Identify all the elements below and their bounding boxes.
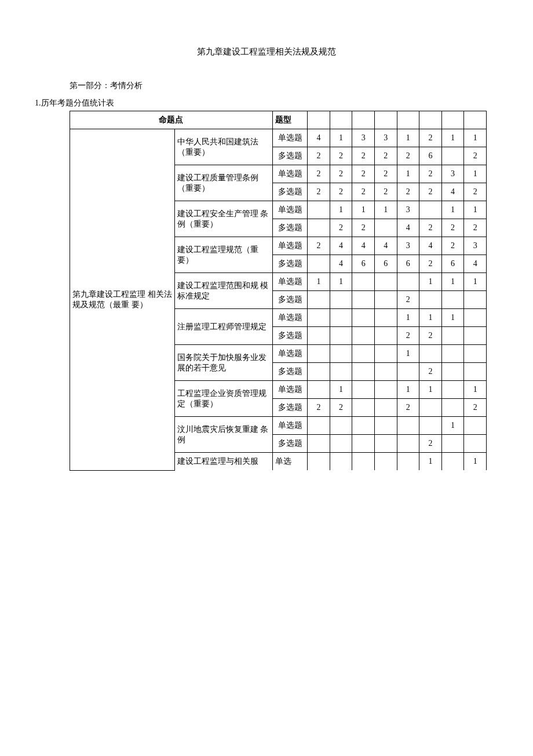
value-cell bbox=[374, 273, 397, 291]
value-cell bbox=[374, 435, 397, 453]
value-cell: 1 bbox=[464, 381, 487, 399]
value-cell: 2 bbox=[464, 219, 487, 237]
value-cell: 1 bbox=[419, 381, 442, 399]
value-cell bbox=[308, 309, 330, 327]
value-cell: 2 bbox=[419, 183, 442, 201]
value-cell bbox=[397, 417, 419, 435]
topic-cell: 中华人民共和国建筑法（重要） bbox=[174, 129, 272, 165]
value-cell: 1 bbox=[330, 201, 352, 219]
value-cell bbox=[441, 327, 464, 345]
value-cell: 4 bbox=[374, 237, 397, 255]
value-cell bbox=[464, 309, 487, 327]
score-table: 命题点题型 第九章建设工程监理 相关法规及规范（最重 要）中华人民共和国建筑法（… bbox=[70, 111, 487, 471]
value-cell: 2 bbox=[419, 129, 442, 147]
qtype-cell: 单选题 bbox=[272, 345, 307, 363]
value-cell: 1 bbox=[330, 273, 352, 291]
value-cell bbox=[441, 435, 464, 453]
value-cell bbox=[441, 381, 464, 399]
value-cell bbox=[308, 327, 330, 345]
value-cell bbox=[374, 291, 397, 309]
value-cell: 1 bbox=[419, 309, 442, 327]
value-cell bbox=[419, 201, 442, 219]
value-cell bbox=[441, 363, 464, 381]
value-cell bbox=[352, 453, 375, 471]
value-cell: 1 bbox=[397, 345, 419, 363]
value-cell: 3 bbox=[352, 129, 375, 147]
topic-cell: 注册监理工程师管理规定 bbox=[174, 309, 272, 345]
sub-heading: 1.历年考题分值统计表 bbox=[35, 98, 498, 108]
value-cell bbox=[330, 435, 352, 453]
value-cell: 1 bbox=[308, 273, 330, 291]
value-cell bbox=[464, 291, 487, 309]
value-cell: 2 bbox=[397, 147, 419, 165]
value-cell: 3 bbox=[397, 237, 419, 255]
value-cell: 6 bbox=[397, 255, 419, 273]
value-cell bbox=[374, 219, 397, 237]
value-cell: 4 bbox=[330, 237, 352, 255]
value-cell bbox=[419, 417, 442, 435]
value-cell bbox=[464, 417, 487, 435]
qtype-cell: 单选 bbox=[272, 453, 307, 471]
col-header-year bbox=[441, 111, 464, 129]
qtype-cell: 单选题 bbox=[272, 381, 307, 399]
value-cell: 3 bbox=[374, 129, 397, 147]
value-cell: 1 bbox=[464, 165, 487, 183]
value-cell bbox=[374, 327, 397, 345]
value-cell bbox=[308, 435, 330, 453]
value-cell: 2 bbox=[374, 183, 397, 201]
value-cell bbox=[419, 291, 442, 309]
value-cell bbox=[308, 291, 330, 309]
col-header-year bbox=[308, 111, 330, 129]
qtype-cell: 多选题 bbox=[272, 291, 307, 309]
topic-cell: 建设工程安全生产管理 条例（重要） bbox=[174, 201, 272, 237]
value-cell bbox=[308, 381, 330, 399]
value-cell bbox=[352, 273, 375, 291]
value-cell: 4 bbox=[352, 237, 375, 255]
value-cell bbox=[397, 363, 419, 381]
value-cell bbox=[330, 453, 352, 471]
topic-cell: 国务院关于加快服务业发展的若干意见 bbox=[174, 345, 272, 381]
value-cell: 2 bbox=[330, 219, 352, 237]
value-cell bbox=[330, 417, 352, 435]
value-cell: 2 bbox=[352, 219, 375, 237]
value-cell: 2 bbox=[352, 147, 375, 165]
value-cell: 2 bbox=[330, 147, 352, 165]
value-cell bbox=[308, 417, 330, 435]
value-cell bbox=[441, 147, 464, 165]
value-cell: 1 bbox=[397, 129, 419, 147]
value-cell: 1 bbox=[441, 417, 464, 435]
value-cell: 1 bbox=[419, 273, 442, 291]
value-cell: 2 bbox=[397, 291, 419, 309]
qtype-cell: 单选题 bbox=[272, 273, 307, 291]
value-cell: 2 bbox=[441, 219, 464, 237]
value-cell: 6 bbox=[441, 255, 464, 273]
value-cell: 1 bbox=[441, 309, 464, 327]
value-cell bbox=[352, 363, 375, 381]
value-cell: 1 bbox=[374, 201, 397, 219]
qtype-cell: 单选题 bbox=[272, 129, 307, 147]
value-cell bbox=[308, 453, 330, 471]
value-cell bbox=[352, 435, 375, 453]
value-cell: 2 bbox=[374, 165, 397, 183]
qtype-cell: 单选题 bbox=[272, 201, 307, 219]
value-cell bbox=[374, 363, 397, 381]
value-cell: 1 bbox=[464, 453, 487, 471]
value-cell: 2 bbox=[308, 399, 330, 417]
topic-cell: 工程监理企业资质管理规定（重要） bbox=[174, 381, 272, 417]
value-cell: 1 bbox=[464, 273, 487, 291]
value-cell: 1 bbox=[419, 453, 442, 471]
value-cell bbox=[330, 291, 352, 309]
value-cell bbox=[352, 417, 375, 435]
value-cell: 2 bbox=[397, 183, 419, 201]
value-cell bbox=[374, 453, 397, 471]
value-cell bbox=[441, 453, 464, 471]
value-cell: 2 bbox=[308, 165, 330, 183]
qtype-cell: 单选题 bbox=[272, 237, 307, 255]
topic-cell: 建设工程监理规范（重 要） bbox=[174, 237, 272, 273]
value-cell bbox=[308, 201, 330, 219]
value-cell: 3 bbox=[397, 201, 419, 219]
value-cell: 2 bbox=[419, 165, 442, 183]
value-cell: 2 bbox=[419, 363, 442, 381]
value-cell: 2 bbox=[308, 147, 330, 165]
value-cell: 6 bbox=[419, 147, 442, 165]
